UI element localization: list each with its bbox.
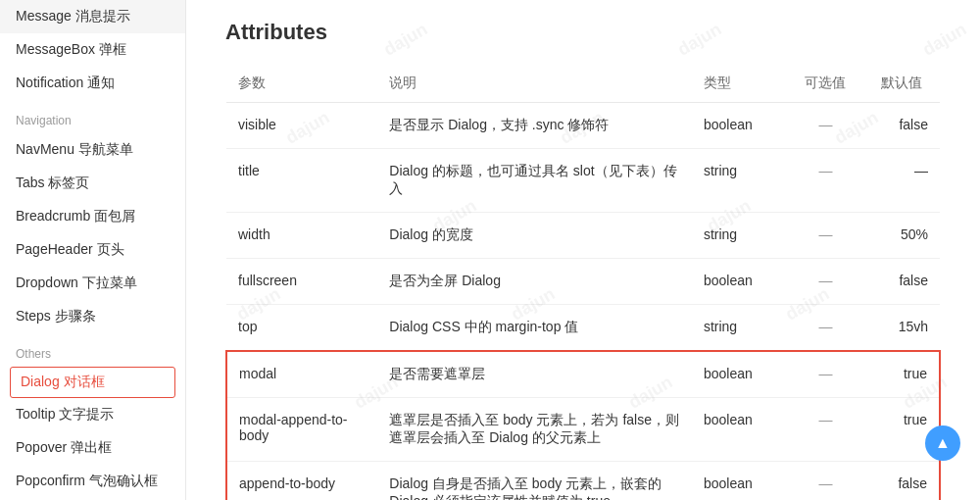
table-row: modal-append-to-body 遮罩层是否插入至 body 元素上，若… [226, 398, 940, 462]
table-row: fullscreen 是否为全屏 Dialog boolean — false [226, 259, 940, 305]
sidebar-item-steps[interactable]: Steps 步骤条 [0, 300, 185, 333]
cell-default: false [863, 462, 940, 501]
cell-type: boolean [692, 462, 788, 501]
col-header-type: 类型 [692, 65, 788, 103]
cell-optional: — [788, 149, 863, 213]
cell-param: title [226, 149, 377, 213]
others-section-label: Others [0, 333, 185, 367]
cell-optional: — [788, 351, 863, 398]
table-row: top Dialog CSS 中的 margin-top 值 string — … [226, 305, 940, 352]
cell-default: 50% [863, 213, 940, 259]
cell-desc: 遮罩层是否插入至 body 元素上，若为 false，则遮罩层会插入至 Dial… [377, 398, 692, 462]
attributes-table: 参数 说明 类型 可选值 默认值 visible 是否显示 Dialog，支持 … [225, 65, 941, 500]
cell-optional: — [788, 259, 863, 305]
cell-type: string [692, 213, 788, 259]
sidebar-item-dialog[interactable]: Dialog 对话框 [10, 367, 175, 398]
cell-desc: 是否需要遮罩层 [377, 351, 692, 398]
sidebar-item-tabs[interactable]: Tabs 标签页 [0, 167, 185, 200]
sidebar-item-dropdown[interactable]: Dropdown 下拉菜单 [0, 267, 185, 300]
cell-param: append-to-body [226, 462, 377, 501]
sidebar-item-breadcrumb[interactable]: Breadcrumb 面包屑 [0, 200, 185, 233]
sidebar-item-popover[interactable]: Popover 弹出框 [0, 431, 185, 465]
cell-param: modal-append-to-body [226, 398, 377, 462]
sidebar-item-message[interactable]: Message 消息提示 [0, 0, 185, 33]
cell-optional: — [788, 213, 863, 259]
cell-param: modal [226, 351, 377, 398]
sidebar-item-notification[interactable]: Notification 通知 [0, 67, 185, 100]
cell-type: boolean [692, 351, 788, 398]
cell-optional: — [788, 103, 863, 149]
cell-desc: Dialog CSS 中的 margin-top 值 [377, 305, 692, 352]
cell-desc: Dialog 的宽度 [377, 213, 692, 259]
sidebar-item-navmenu[interactable]: NavMenu 导航菜单 [0, 133, 185, 167]
cell-desc: 是否显示 Dialog，支持 .sync 修饰符 [377, 103, 692, 149]
cell-desc: Dialog 的标题，也可通过具名 slot（见下表）传入 [377, 149, 692, 213]
cell-param: visible [226, 103, 377, 149]
cell-type: boolean [692, 398, 788, 462]
cell-optional: — [788, 398, 863, 462]
cell-type: boolean [692, 103, 788, 149]
cell-optional: — [788, 462, 863, 501]
cell-default: — [863, 149, 940, 213]
col-header-optional: 可选值 [788, 65, 863, 103]
cell-param: top [226, 305, 377, 352]
cell-type: string [692, 305, 788, 352]
sidebar: Message 消息提示 MessageBox 弹框 Notification … [0, 0, 186, 500]
table-row: visible 是否显示 Dialog，支持 .sync 修饰符 boolean… [226, 103, 940, 149]
cell-desc: Dialog 自身是否插入至 body 元素上，嵌套的 Dialog 必须指定该… [377, 462, 692, 501]
scroll-up-button[interactable]: ▲ [925, 425, 960, 461]
cell-default: 15vh [863, 305, 940, 352]
table-row: title Dialog 的标题，也可通过具名 slot（见下表）传入 stri… [226, 149, 940, 213]
cell-type: string [692, 149, 788, 213]
table-row: append-to-body Dialog 自身是否插入至 body 元素上，嵌… [226, 462, 940, 501]
col-header-param: 参数 [226, 65, 377, 103]
main-content: dajun dajun dajun dajun dajun dajun daju… [186, 0, 980, 500]
cell-param: width [226, 213, 377, 259]
cell-param: fullscreen [226, 259, 377, 305]
col-header-desc: 说明 [377, 65, 692, 103]
table-row: width Dialog 的宽度 string — 50% [226, 213, 940, 259]
cell-default: false [863, 103, 940, 149]
sidebar-item-pageheader[interactable]: PageHeader 页头 [0, 233, 185, 267]
cell-default: true [863, 351, 940, 398]
sidebar-item-popconfirm[interactable]: Popconfirm 气泡确认框 [0, 465, 185, 498]
table-row: modal 是否需要遮罩层 boolean — true [226, 351, 940, 398]
nav-section-label: Navigation [0, 100, 185, 133]
cell-type: boolean [692, 259, 788, 305]
cell-default: false [863, 259, 940, 305]
col-header-default: 默认值 [863, 65, 940, 103]
sidebar-item-tooltip[interactable]: Tooltip 文字提示 [0, 398, 185, 431]
cell-desc: 是否为全屏 Dialog [377, 259, 692, 305]
sidebar-item-messagebox[interactable]: MessageBox 弹框 [0, 33, 185, 67]
cell-optional: — [788, 305, 863, 352]
page-title: Attributes [225, 20, 941, 45]
